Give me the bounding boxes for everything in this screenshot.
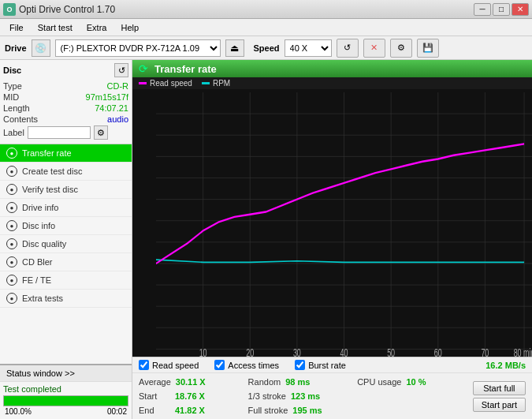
- svg-text:40: 40: [340, 346, 348, 357]
- nav-item-drive-info[interactable]: ●Drive info: [0, 199, 132, 217]
- speed-select[interactable]: 40 X: [285, 39, 332, 57]
- full-stroke-value: 195 ms: [292, 404, 322, 417]
- random-label: Random: [248, 376, 281, 388]
- settings-button[interactable]: ⚙: [390, 39, 412, 58]
- action-buttons: Start full Start part: [467, 376, 526, 417]
- svg-text:50: 50: [387, 346, 395, 357]
- save-button[interactable]: 💾: [417, 39, 439, 58]
- nav-item-label: Transfer rate: [22, 148, 72, 158]
- menu-extra[interactable]: Extra: [80, 21, 113, 34]
- nav-icon: ●: [6, 148, 17, 159]
- nav-item-fe--te[interactable]: ●FE / TE: [0, 271, 132, 290]
- progress-time: 00:02: [107, 407, 127, 416]
- legend-read-speed-dot: [139, 82, 147, 84]
- stats-bar: Read speed Access times Burst rate 16.2 …: [132, 357, 532, 419]
- start-full-button[interactable]: Start full: [473, 381, 526, 395]
- label-icon-btn[interactable]: ⚙: [94, 125, 108, 140]
- refresh-button[interactable]: ↺: [337, 39, 359, 58]
- svg-text:60: 60: [434, 346, 442, 357]
- contents-label: Contents: [3, 114, 38, 124]
- speed-label: Speed: [254, 43, 280, 53]
- legend-rpm-label: RPM: [213, 79, 230, 88]
- access-times-checkbox-item[interactable]: Access times: [214, 360, 279, 370]
- menu-file[interactable]: File: [3, 21, 30, 34]
- progress-percent: 100.0%: [5, 407, 32, 416]
- svg-text:30: 30: [293, 346, 301, 357]
- read-speed-checkbox[interactable]: [139, 360, 149, 370]
- nav-item-disc-info[interactable]: ●Disc info: [0, 217, 132, 235]
- nav-icon: ●: [6, 256, 17, 267]
- menu-bar: File Start test Extra Help: [0, 19, 532, 36]
- main-layout: Disc ↺ Type CD-R MID 97m15s17f Length 74…: [0, 60, 532, 419]
- clear-button[interactable]: ✕: [363, 39, 385, 58]
- stats-col3: CPU usage 10 %: [357, 376, 467, 417]
- nav-item-label: Disc info: [22, 221, 55, 230]
- chart-panel: ⟳ Transfer rate Read speed RPM: [132, 60, 532, 357]
- type-label: Type: [3, 81, 22, 91]
- checkboxes-row: Read speed Access times Burst rate 16.2 …: [132, 357, 532, 373]
- chart-icon: ⟳: [139, 62, 148, 75]
- access-times-checkbox-label: Access times: [228, 361, 279, 370]
- random-value: 98 ms: [285, 376, 310, 388]
- disc-label-input[interactable]: [28, 126, 91, 139]
- nav-item-disc-quality[interactable]: ●Disc quality: [0, 235, 132, 253]
- nav-item-label: Disc quality: [22, 239, 66, 249]
- nav-item-label: FE / TE: [22, 275, 51, 285]
- burst-rate-checkbox[interactable]: [295, 360, 305, 370]
- drive-label: Drive: [5, 43, 27, 53]
- read-speed-checkbox-label: Read speed: [152, 361, 199, 370]
- length-label: Length: [3, 103, 30, 113]
- sidebar: Disc ↺ Type CD-R MID 97m15s17f Length 74…: [0, 60, 132, 419]
- menu-start-test[interactable]: Start test: [32, 21, 79, 34]
- nav-item-transfer-rate[interactable]: ●Transfer rate: [0, 144, 132, 163]
- chart-header: ⟳ Transfer rate: [132, 60, 532, 77]
- title-buttons: ─ □ ✕: [474, 3, 529, 16]
- start-part-button[interactable]: Start part: [473, 398, 526, 412]
- stroke13-label: 1/3 stroke: [248, 390, 286, 402]
- progress-label: Test completed: [3, 384, 61, 394]
- drive-select[interactable]: (F:) PLEXTOR DVDR PX-712A 1.09: [55, 39, 221, 57]
- minimize-button[interactable]: ─: [474, 3, 491, 16]
- eject-button[interactable]: ⏏: [225, 39, 244, 57]
- access-times-checkbox[interactable]: [214, 360, 225, 370]
- chart-svg-container: 48 X 44 X 40 X 36 X 32 X 28 X 24 X 20 X …: [132, 89, 532, 357]
- menu-help[interactable]: Help: [114, 21, 145, 34]
- drive-icon-btn[interactable]: 💿: [32, 39, 50, 57]
- mid-label: MID: [3, 92, 19, 102]
- chart-legend: Read speed RPM: [132, 77, 532, 89]
- stroke13-value: 123 ms: [291, 390, 320, 402]
- nav-icon: ●: [6, 202, 17, 213]
- mid-value: 97m15s17f: [86, 92, 128, 102]
- legend-rpm-dot: [202, 82, 210, 84]
- nav-item-label: Extra tests: [22, 294, 63, 303]
- title-text: Opti Drive Control 1.70: [19, 4, 115, 15]
- nav-item-verify-test-disc[interactable]: ●Verify test disc: [0, 181, 132, 199]
- nav-item-create-test-disc[interactable]: ●Create test disc: [0, 163, 132, 181]
- chart-svg: 48 X 44 X 40 X 36 X 32 X 28 X 24 X 20 X …: [156, 92, 532, 357]
- maximize-button[interactable]: □: [493, 3, 510, 16]
- disc-title: Disc: [3, 65, 21, 75]
- cpu-label: CPU usage: [357, 376, 401, 388]
- end-label: End: [139, 404, 170, 417]
- nav-item-label: Verify test disc: [22, 185, 78, 194]
- average-label: Average: [139, 376, 171, 388]
- close-button[interactable]: ✕: [512, 3, 529, 16]
- nav-item-extra-tests[interactable]: ●Extra tests: [0, 290, 132, 308]
- read-speed-checkbox-item[interactable]: Read speed: [139, 360, 199, 370]
- status-window-button[interactable]: Status window >>: [0, 364, 132, 381]
- svg-text:80 min: 80 min: [514, 346, 532, 357]
- nav-item-label: Drive info: [22, 203, 58, 212]
- app-icon: O: [3, 3, 16, 16]
- nav-item-cd-bler[interactable]: ●CD Bler: [0, 253, 132, 271]
- legend-rpm: RPM: [202, 79, 230, 88]
- disc-refresh-btn[interactable]: ↺: [114, 63, 128, 77]
- nav-icon: ●: [6, 275, 17, 286]
- burst-rate-checkbox-item[interactable]: Burst rate: [295, 360, 346, 370]
- type-value: CD-R: [107, 81, 129, 91]
- nav-icon: ●: [6, 166, 17, 177]
- svg-text:10: 10: [199, 346, 207, 357]
- start-value: 18.76 X: [175, 390, 205, 402]
- progress-track: [3, 395, 128, 406]
- end-value: 41.82 X: [175, 404, 205, 417]
- average-value: 30.11 X: [176, 376, 206, 388]
